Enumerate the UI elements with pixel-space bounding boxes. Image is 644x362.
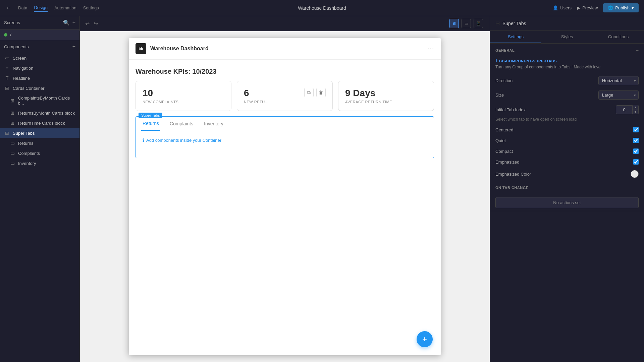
screen-item-root[interactable]: / bbox=[0, 29, 79, 40]
panel-tab-settings[interactable]: Settings bbox=[490, 31, 541, 43]
add-screen-button[interactable]: + bbox=[72, 19, 75, 26]
info-circle-icon: ℹ bbox=[495, 58, 497, 63]
left-sidebar: Screens 🔍 + / Components + ▭ Screen ≡ Na… bbox=[0, 16, 80, 362]
general-section-header[interactable]: GENERAL − bbox=[490, 44, 644, 57]
main-layout: Screens 🔍 + / Components + ▭ Screen ≡ Na… bbox=[0, 16, 644, 362]
right-panel-header: ⊟ Super Tabs bbox=[490, 16, 644, 31]
sidebar-item-returns-month[interactable]: ⊞ ReturnsByMonth Cards block bbox=[0, 108, 79, 118]
sidebar-item-navigation[interactable]: ≡ Navigation bbox=[0, 63, 79, 73]
kpi-card-returns: 6 NEW RETU... ⧉ 🗑 bbox=[237, 81, 333, 111]
initial-tab-index-row: Initial Tab Index ▲ ▼ bbox=[490, 102, 644, 117]
return-time-icon: ⊞ bbox=[9, 120, 15, 126]
top-nav: ← Data Design Automation Settings Wareho… bbox=[0, 0, 644, 16]
back-button[interactable]: ← bbox=[5, 4, 11, 11]
emphasized-checkbox[interactable] bbox=[633, 159, 639, 165]
panel-tab-conditions[interactable]: Conditions bbox=[593, 31, 644, 43]
nav-tab-data[interactable]: Data bbox=[18, 4, 27, 12]
kpi-delete-button[interactable]: 🗑 bbox=[316, 88, 326, 97]
canvas-area: ↩ ↪ 🖥 ▭ 📱 bb Warehouse Dashboard ⋯ Wareh bbox=[80, 16, 490, 362]
publish-icon: 🌐 bbox=[608, 5, 613, 10]
initial-tab-index-label: Initial Tab Index bbox=[495, 107, 526, 112]
quiet-row: Quiet bbox=[490, 135, 644, 146]
kpi-label-return-time: AVERAGE RETURN TIME bbox=[345, 100, 427, 104]
emphasized-color-label: Emphasized Color bbox=[495, 172, 531, 177]
preview-button[interactable]: ▶ Preview bbox=[577, 5, 598, 10]
users-icon: 👤 bbox=[553, 5, 558, 10]
history-controls: ↩ ↪ bbox=[85, 20, 98, 27]
no-actions-button[interactable]: No actions set bbox=[495, 197, 639, 208]
sidebar-item-label: Cards Container bbox=[13, 86, 45, 91]
tab-inventory[interactable]: Inventory bbox=[203, 117, 225, 130]
on-tab-change-header[interactable]: ON TAB CHANGE − bbox=[490, 181, 644, 194]
right-panel-icon: ⊟ bbox=[495, 20, 500, 26]
sidebar-item-headline[interactable]: T Headline bbox=[0, 73, 79, 83]
kpi-label-returns: NEW RETU... bbox=[244, 100, 304, 104]
screens-label: Screens bbox=[4, 20, 20, 25]
stepper-down-button[interactable]: ▼ bbox=[633, 110, 639, 114]
add-components-link[interactable]: ℹ Add components inside your Container bbox=[143, 138, 427, 143]
nav-tab-settings[interactable]: Settings bbox=[83, 4, 99, 12]
screen-name: / bbox=[10, 32, 11, 37]
users-button[interactable]: 👤 Users bbox=[553, 5, 572, 10]
centered-checkbox[interactable] bbox=[633, 127, 639, 132]
sidebar-item-label: Returns bbox=[18, 141, 34, 146]
screens-toolbar: 🔍 + bbox=[63, 19, 75, 26]
sidebar-item-label: Complaints bbox=[18, 151, 40, 156]
sidebar-item-label: Navigation bbox=[13, 66, 33, 71]
mobile-view-button[interactable]: 📱 bbox=[474, 19, 483, 28]
sidebar-item-label: Inventory bbox=[18, 161, 36, 166]
sidebar-item-return-time[interactable]: ⊞ ReturnTime Cards block bbox=[0, 118, 79, 128]
sidebar-item-returns[interactable]: ▭ Returns bbox=[0, 138, 79, 148]
panel-tab-styles[interactable]: Styles bbox=[541, 31, 593, 43]
size-row: Size Small Medium Large bbox=[490, 88, 644, 102]
direction-select-wrapper: Horizontal Vertical bbox=[598, 76, 639, 85]
sidebar-item-complaints-month[interactable]: ⊞ ComplaintsByMonth Cards b... bbox=[0, 93, 79, 108]
direction-row: Direction Horizontal Vertical bbox=[490, 73, 644, 88]
emphasized-color-swatch[interactable] bbox=[631, 170, 639, 178]
fab-button[interactable]: + bbox=[417, 331, 433, 347]
search-icon[interactable]: 🔍 bbox=[63, 19, 70, 26]
compact-row: Compact bbox=[490, 146, 644, 157]
kpi-copy-button[interactable]: ⧉ bbox=[304, 88, 314, 97]
sidebar-item-complaints[interactable]: ▭ Complaints bbox=[0, 148, 79, 158]
returns-icon: ▭ bbox=[9, 140, 15, 146]
tab-index-input[interactable] bbox=[616, 105, 633, 114]
kpi-card-actions: ⧉ 🗑 bbox=[304, 88, 326, 97]
sidebar-item-cards-container[interactable]: ⊞ Cards Container bbox=[0, 83, 79, 93]
sidebar-item-screen[interactable]: ▭ Screen bbox=[0, 53, 79, 63]
size-select[interactable]: Small Medium Large bbox=[598, 90, 639, 100]
publish-button[interactable]: 🌐 Publish ▾ bbox=[603, 3, 639, 12]
tab-returns[interactable]: Returns bbox=[141, 117, 160, 131]
compact-checkbox[interactable] bbox=[633, 148, 639, 154]
tab-index-stepper: ▲ ▼ bbox=[616, 105, 639, 114]
direction-select[interactable]: Horizontal Vertical bbox=[598, 76, 639, 85]
dashboard-menu-icon[interactable]: ⋯ bbox=[427, 45, 434, 53]
tablet-view-button[interactable]: ▭ bbox=[462, 19, 471, 28]
desktop-view-button[interactable]: 🖥 bbox=[449, 19, 459, 28]
sidebar-item-label: Screen bbox=[13, 56, 26, 61]
tab-complaints[interactable]: Complaints bbox=[168, 117, 195, 130]
size-select-wrapper: Small Medium Large bbox=[598, 90, 639, 100]
stepper-buttons: ▲ ▼ bbox=[633, 105, 639, 114]
emphasized-color-value bbox=[631, 170, 639, 178]
nav-tab-automation[interactable]: Automation bbox=[54, 4, 76, 12]
components-label: Components bbox=[4, 44, 29, 49]
right-panel: ⊟ Super Tabs Settings Styles Conditions … bbox=[490, 16, 644, 362]
sidebar-item-label: ReturnTime Cards block bbox=[18, 121, 65, 126]
complaints-icon: ⊞ bbox=[9, 98, 15, 103]
kpi-title: Warehouse KPIs: 10/2023 bbox=[136, 68, 434, 75]
undo-button[interactable]: ↩ bbox=[85, 20, 90, 27]
redo-button[interactable]: ↪ bbox=[94, 20, 98, 27]
sidebar-item-inventory[interactable]: ▭ Inventory bbox=[0, 158, 79, 168]
tabs-header: Returns Complaints Inventory bbox=[136, 117, 434, 131]
kpi-number-return-time: 9 Days bbox=[345, 88, 427, 99]
returns-number-section: 6 NEW RETU... bbox=[244, 88, 304, 104]
cards-container-icon: ⊞ bbox=[4, 85, 10, 91]
sidebar-item-super-tabs[interactable]: ⊟ Super Tabs bbox=[0, 128, 79, 138]
quiet-checkbox[interactable] bbox=[633, 138, 639, 143]
emphasized-row: Emphasized bbox=[490, 157, 644, 167]
stepper-up-button[interactable]: ▲ bbox=[633, 105, 639, 110]
publish-chevron-icon: ▾ bbox=[632, 5, 634, 10]
nav-tab-design[interactable]: Design bbox=[34, 4, 47, 12]
add-component-button[interactable]: + bbox=[72, 44, 75, 50]
